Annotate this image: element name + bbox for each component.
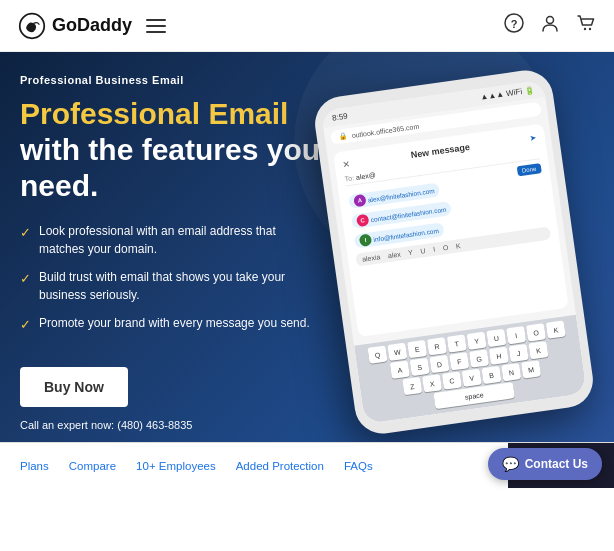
bottom-nav: Plans Compare 10+ Employees Added Protec… [0,442,614,488]
key-w[interactable]: W [387,343,407,361]
key-d[interactable]: D [429,355,449,373]
navbar: GoDaddy ? [0,0,614,52]
svg-text:?: ? [511,18,518,30]
key-u[interactable]: U [486,329,506,347]
phone-signal: ▲▲▲ WiFi 🔋 [480,85,535,101]
key-o[interactable]: O [526,323,546,341]
key-j[interactable]: J [509,344,529,362]
chip-email-2: contact@finitefashion.com [370,205,447,223]
nav-item-employees[interactable]: 10+ Employees [126,460,226,472]
key-z[interactable]: Z [402,377,422,395]
contact-us-button[interactable]: 💬 Contact Us [488,448,602,480]
bottom-nav-items: Plans Compare 10+ Employees Added Protec… [0,460,508,472]
feature-item-3: ✓ Promote your brand with every message … [20,314,310,335]
lock-icon: 🔒 [338,132,348,141]
key-n[interactable]: N [501,363,521,381]
buy-now-button[interactable]: Buy Now [20,367,128,407]
key-f[interactable]: F [449,352,469,370]
phone-screen: 8:59 ▲▲▲ WiFi 🔋 🔒 outlook.office365.com … [321,80,587,424]
key-i[interactable]: I [506,326,526,344]
contact-us-label: Contact Us [525,457,588,471]
navbar-left: GoDaddy [18,12,166,40]
chip-avatar-3: I [359,233,373,247]
feature-text-2: Build trust with email that shows you ta… [39,268,310,304]
feature-item-2: ✓ Build trust with email that shows you … [20,268,310,304]
contact-us-chat-icon: 💬 [502,456,519,472]
feature-item-1: ✓ Look professional with an email addres… [20,222,310,258]
feature-text-3: Promote your brand with every message yo… [39,314,310,332]
key-t[interactable]: T [447,334,467,352]
phone-outer: 8:59 ▲▲▲ WiFi 🔋 🔒 outlook.office365.com … [312,67,597,437]
key-h[interactable]: H [489,347,509,365]
email-compose: ✕ New message ➤ To: alex@ Done A alex@fi… [333,123,569,337]
key-r[interactable]: R [427,337,447,355]
nav-item-faqs[interactable]: FAQs [334,460,383,472]
phone-time: 8:59 [332,112,349,123]
help-icon[interactable]: ? [504,13,524,38]
hero-title: Professional Email with the features you… [20,96,330,204]
svg-point-3 [547,17,554,24]
nav-item-plans[interactable]: Plans [10,460,59,472]
key-v[interactable]: V [462,369,482,387]
send-icon[interactable]: ➤ [529,133,537,143]
check-icon-1: ✓ [20,223,31,243]
godaddy-logo[interactable]: GoDaddy [18,12,132,40]
key-a[interactable]: A [390,361,410,379]
key-g[interactable]: G [469,349,489,367]
key-y[interactable]: Y [467,332,487,350]
url-text: outlook.office365.com [351,122,419,138]
key-b[interactable]: B [481,366,501,384]
key-k2[interactable]: K [546,320,566,338]
chip-avatar-1: A [353,194,367,208]
cart-icon[interactable] [576,13,596,38]
done-button[interactable]: Done [516,163,541,176]
call-label: Call an expert now: [20,419,114,431]
svg-point-5 [589,28,591,30]
check-icon-3: ✓ [20,315,31,335]
hero-section: Professional Business Email Professional… [0,52,614,442]
feature-text-1: Look professional with an email address … [39,222,310,258]
hero-title-line2: with the features you [20,133,320,166]
key-e[interactable]: E [407,340,427,358]
chip-email-1: alex@finitefashion.com [367,187,435,203]
svg-point-4 [584,28,586,30]
check-icon-2: ✓ [20,269,31,289]
nav-item-compare[interactable]: Compare [59,460,126,472]
godaddy-logo-icon [18,12,46,40]
phone-number[interactable]: (480) 463-8835 [117,419,192,431]
key-x[interactable]: X [422,374,442,392]
features-list: ✓ Look professional with an email addres… [20,222,310,345]
key-k[interactable]: K [528,341,548,359]
hamburger-menu-icon[interactable] [146,19,166,33]
key-c[interactable]: C [442,371,462,389]
to-value: alex@ [355,171,376,181]
phone-mockup: 8:59 ▲▲▲ WiFi 🔋 🔒 outlook.office365.com … [334,82,614,442]
nav-item-protection[interactable]: Added Protection [226,460,334,472]
key-m[interactable]: M [521,360,541,378]
user-icon[interactable] [540,13,560,38]
navbar-right: ? [504,13,596,38]
chip-email-3: info@finitefashion.com [373,226,439,242]
key-s[interactable]: S [410,358,430,376]
hero-title-highlight: Professional Email [20,97,288,130]
chip-avatar-2: C [356,214,370,228]
key-q[interactable]: Q [368,345,388,363]
brand-name: GoDaddy [52,15,132,36]
hero-title-line3: need. [20,169,98,202]
